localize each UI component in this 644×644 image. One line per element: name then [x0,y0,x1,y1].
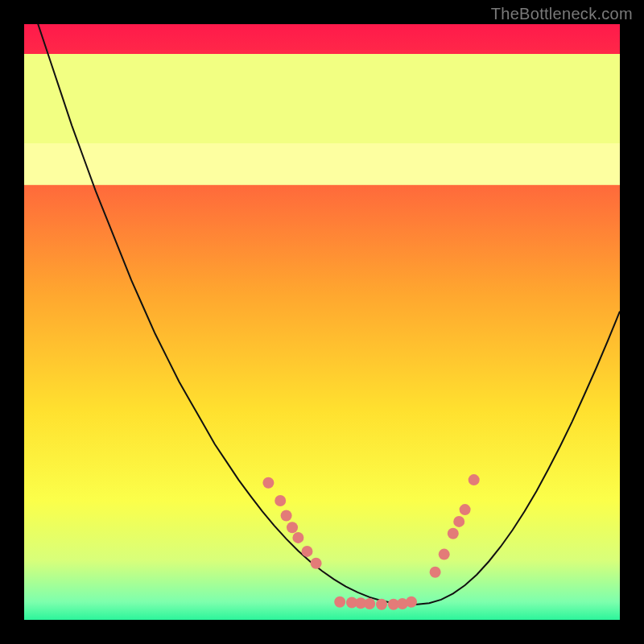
sample-point [287,522,298,533]
sample-point [430,567,441,578]
highlight-bands [24,54,620,185]
sample-point [439,549,450,560]
chart-frame: TheBottleneck.com [0,0,644,644]
svg-rect-1 [24,54,620,143]
svg-rect-0 [24,143,620,185]
sample-point [376,599,387,610]
sample-point [406,597,417,608]
sample-point [311,558,322,569]
sample-point [275,495,286,506]
sample-point [262,477,274,489]
sample-point [302,546,313,557]
plot-area [24,24,620,620]
sample-point [453,516,464,527]
watermark-text: TheBottleneck.com [491,5,633,23]
sample-point [460,504,471,515]
sample-point [334,597,345,608]
sample-point [281,510,292,522]
sample-point [364,598,375,609]
sample-point [469,474,480,485]
sample-point [448,528,459,539]
sample-point [292,532,303,543]
chart-svg [24,24,620,620]
